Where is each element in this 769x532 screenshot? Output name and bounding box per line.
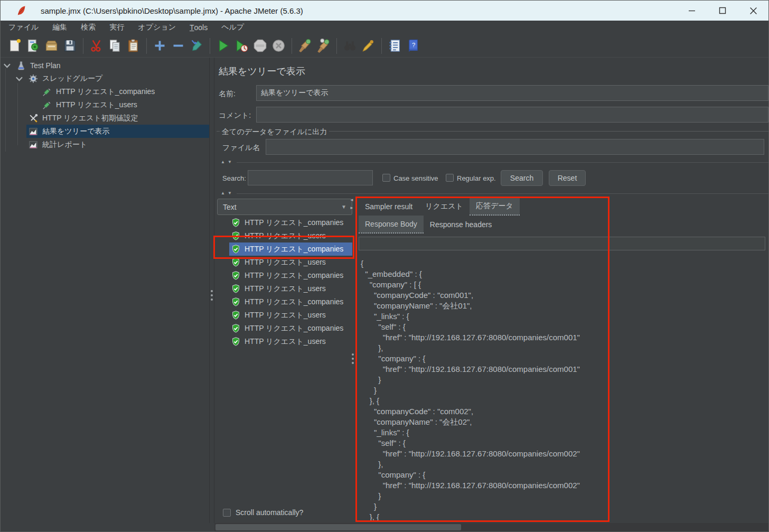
regular-exp-label: Regular exp. (457, 174, 496, 182)
filename-input[interactable] (266, 139, 764, 155)
collapse-up-icon[interactable]: ▲ (221, 191, 225, 195)
tree-item-0[interactable]: Test Plan (1, 59, 209, 72)
minimize-button[interactable] (677, 1, 707, 21)
clear-all-icon[interactable] (316, 39, 331, 53)
tree-item-5[interactable]: 結果をツリーで表示 (1, 125, 209, 138)
success-shield-icon (231, 284, 240, 293)
tree-item-label: HTTP リクエスト_users (56, 100, 137, 110)
name-input[interactable] (256, 85, 768, 101)
search-button[interactable]: Search (501, 170, 543, 186)
titlebar: sample.jmx (C:\Users\pbkino\Desktop\samp… (1, 1, 768, 21)
cut-icon[interactable] (89, 39, 104, 53)
case-sensitive-checkbox[interactable] (382, 174, 390, 182)
result-item-0[interactable]: HTTP リクエスト_companies (214, 216, 353, 229)
result-item-1[interactable]: HTTP リクエスト_users (214, 229, 353, 242)
result-item-6[interactable]: HTTP リクエスト_companies (214, 295, 353, 309)
shutdown-icon[interactable] (271, 39, 286, 53)
http-request-icon (42, 87, 52, 97)
response-body-search-input[interactable] (359, 237, 765, 250)
clear-icon[interactable] (298, 39, 312, 53)
reset-button[interactable]: Reset (549, 170, 586, 186)
collapse-divider: ▲ ▼ (221, 190, 768, 197)
regular-exp-checkbox[interactable] (446, 174, 454, 182)
tree-item-2[interactable]: HTTP リクエスト_companies (1, 85, 209, 98)
clear-search-icon[interactable] (361, 39, 376, 53)
response-subtab-1[interactable]: Response headers (424, 216, 499, 234)
templates-icon[interactable] (26, 39, 40, 53)
search-input[interactable] (248, 170, 373, 185)
splitter-grip-icon[interactable] (211, 290, 213, 301)
result-item-2[interactable]: HTTP リクエスト_companies (214, 242, 353, 256)
add-icon[interactable] (153, 39, 167, 53)
svg-text:?: ? (412, 42, 415, 48)
toolbar-separator (146, 38, 147, 54)
result-item-4[interactable]: HTTP リクエスト_companies (214, 269, 353, 282)
help-icon[interactable]: ? (406, 39, 420, 53)
scroll-automatically-checkbox[interactable] (223, 509, 231, 517)
collapse-down-icon[interactable]: ▼ (228, 191, 232, 195)
toolbar: ? (1, 34, 768, 58)
menu-item-4[interactable]: オプション (131, 21, 183, 34)
result-item-9[interactable]: HTTP リクエスト_users (214, 335, 353, 348)
expander-icon[interactable] (3, 62, 14, 69)
collapse-up-icon[interactable]: ▲ (221, 160, 225, 164)
copy-icon[interactable] (108, 39, 122, 53)
menu-item-5[interactable]: Tools (183, 21, 214, 34)
menu-item-1[interactable]: 編集 (45, 21, 74, 34)
output-group-label: 全てのデータをファイルに出力 (220, 127, 329, 137)
edit-icon[interactable] (190, 39, 204, 53)
expander-icon[interactable] (15, 75, 26, 82)
result-item-label: HTTP リクエスト_users (245, 311, 326, 320)
jmeter-feather-icon (16, 5, 27, 16)
view-mode-dropdown[interactable]: Text ▼ (217, 199, 352, 215)
result-item-5[interactable]: HTTP リクエスト_users (214, 282, 353, 295)
result-item-label: HTTP リクエスト_companies (245, 245, 343, 254)
menu-item-0[interactable]: ファイル (2, 21, 45, 34)
response-tab-1[interactable]: リクエスト (419, 197, 470, 216)
success-shield-icon (231, 271, 240, 280)
collapse-right-icon[interactable]: ► (350, 206, 354, 210)
result-item-7[interactable]: HTTP リクエスト_users (214, 309, 353, 322)
open-file-icon[interactable] (44, 39, 59, 53)
tree-item-1[interactable]: スレッドグループ (1, 72, 209, 85)
result-item-label: HTTP リクエスト_companies (245, 271, 343, 281)
close-button[interactable] (738, 1, 768, 21)
search-label: Search: (222, 174, 246, 182)
splitter-grip-icon[interactable] (352, 353, 354, 364)
result-item-8[interactable]: HTTP リクエスト_companies (214, 322, 353, 335)
start-icon[interactable] (216, 39, 230, 53)
result-item-label: HTTP リクエスト_companies (245, 324, 343, 333)
response-tab-0[interactable]: Sampler result (359, 197, 419, 216)
result-item-3[interactable]: HTTP リクエスト_users (214, 256, 353, 269)
case-sensitive-label: Case sensitive (393, 174, 438, 182)
search-icon[interactable] (343, 39, 357, 53)
result-item-label: HTTP リクエスト_companies (245, 297, 343, 307)
summary-report-icon (29, 140, 38, 150)
response-panel: Sampler resultリクエスト応答データ Response BodyRe… (355, 197, 768, 524)
paste-icon[interactable] (126, 39, 140, 53)
tree-item-4[interactable]: HTTP リクエスト初期値設定 (1, 111, 209, 125)
comment-input[interactable] (256, 107, 768, 123)
tree-item-3[interactable]: HTTP リクエスト_users (1, 98, 209, 111)
collapse-down-icon[interactable]: ▼ (228, 160, 232, 164)
stop-icon[interactable] (253, 39, 267, 53)
start-no-pauses-icon[interactable] (235, 39, 249, 53)
response-subtabs: Response BodyResponse headers (355, 216, 768, 234)
menu-item-2[interactable]: 検索 (74, 21, 102, 34)
save-icon[interactable] (63, 39, 77, 53)
response-subtab-0[interactable]: Response Body (359, 216, 424, 234)
remove-icon[interactable] (171, 39, 185, 53)
horizontal-scrollbar[interactable] (214, 523, 768, 531)
tree-item-6[interactable]: 統計レポート (1, 138, 209, 151)
response-tabs: Sampler resultリクエスト応答データ (355, 197, 768, 216)
main-splitter[interactable] (209, 58, 214, 523)
horizontal-scrollbar-thumb[interactable] (215, 524, 461, 530)
collapse-left-icon[interactable]: ◄ (350, 198, 354, 202)
success-shield-icon (231, 231, 240, 240)
function-helper-icon[interactable] (388, 39, 402, 53)
response-tab-2[interactable]: 応答データ (470, 197, 520, 216)
maximize-button[interactable] (707, 1, 738, 21)
new-file-icon[interactable] (7, 39, 22, 53)
menu-item-3[interactable]: 実行 (102, 21, 131, 34)
menu-item-6[interactable]: ヘルプ (214, 21, 251, 34)
